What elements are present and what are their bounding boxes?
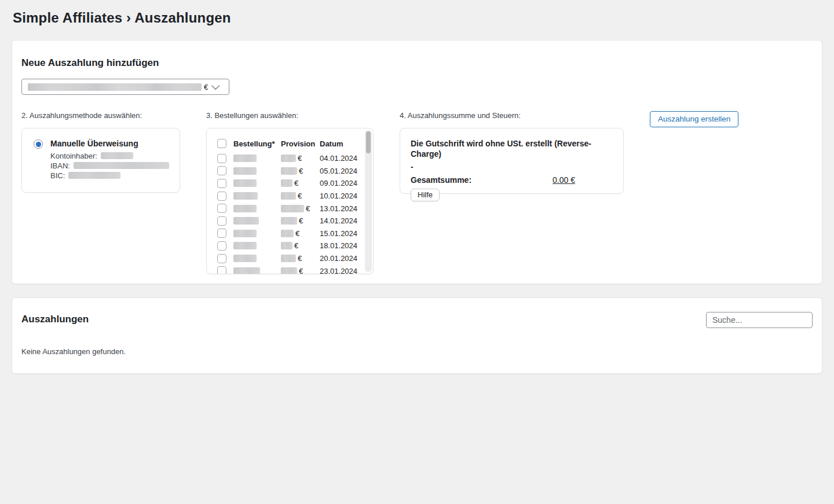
redacted-provision-value [281,230,294,237]
orders-table: Bestellung* Provision Datum €04.01.2024€… [206,128,374,274]
redacted-order-name [233,230,257,237]
order-checkbox[interactable] [217,216,226,226]
order-name-cell [233,242,281,249]
order-date: 10.01.2024 [320,192,357,200]
redacted-provision-value [281,255,296,262]
order-name-cell [233,179,281,187]
search-input[interactable] [706,312,813,328]
redacted-kontoinhaber-value [101,152,133,159]
affiliate-select[interactable]: € [21,79,229,95]
order-row: €14.01.2024 [217,215,373,227]
column-header-bestellung: Bestellung* [233,139,281,148]
order-checkbox[interactable] [217,179,226,188]
currency-symbol: € [299,167,303,175]
order-provision-cell: € [281,241,320,250]
order-row: €04.01.2024 [217,152,373,165]
order-name-cell [233,230,281,237]
order-row: €23.01.2024 [217,264,373,274]
order-provision-cell: € [281,192,320,200]
method-step-label: 2. Auszahlungsmethode auswählen: [21,111,180,120]
redacted-iban-value [74,162,169,169]
order-checkbox[interactable] [217,204,226,213]
order-checkbox[interactable] [217,166,226,175]
order-row: €15.01.2024 [217,227,373,240]
summary-card: Die Gutschrift wird ohne USt. erstellt (… [400,128,624,194]
payouts-heading: Auszahlungen [21,314,89,325]
order-provision-cell: € [281,267,320,274]
order-row: €20.01.2024 [217,252,373,265]
order-name-cell [233,267,281,274]
order-checkbox[interactable] [217,266,226,274]
order-provision-cell: € [281,254,320,263]
help-button[interactable]: Hilfe [411,189,440,201]
method-name: Manuelle Überweisung [50,139,169,148]
create-payout-button[interactable]: Auszahlung erstellen [650,111,738,127]
order-row: €13.01.2024 [217,202,373,215]
orders-scrollbar[interactable] [365,130,372,272]
payouts-card: Auszahlungen Keine Auszahlungen gefunden… [12,297,822,374]
page-title: Simple Affiliates › Auszahlungen [12,0,822,26]
order-name-cell [233,205,281,212]
method-field-kontoinhaber: Kontoinhaber: [50,151,169,161]
order-provision-cell: € [281,167,320,175]
select-all-checkbox[interactable] [217,139,226,148]
summary-dash: - [411,161,613,172]
total-row: Gesamtsumme: 0.00 € [411,175,575,185]
chevron-down-icon [211,82,220,90]
radio-dot [36,142,41,147]
order-checkbox[interactable] [217,154,226,163]
step-method-column: 2. Auszahlungsmethode auswählen: Manuell… [21,111,180,274]
order-date: 23.01.2024 [320,267,357,274]
scrollbar-thumb[interactable] [366,131,371,153]
redacted-bic-value [68,172,120,179]
order-provision-cell: € [281,204,320,213]
method-field-bic: BIC: [50,171,169,181]
field-label: IBAN: [50,161,70,170]
order-date: 05.01.2024 [320,167,357,175]
redacted-order-name [233,255,257,262]
orders-rows: €04.01.2024€05.01.2024€09.01.2024€10.01.… [217,152,373,274]
redacted-order-name [233,217,259,225]
redacted-order-name [233,192,258,200]
manual-transfer-radio[interactable] [34,139,43,149]
payouts-header: Auszahlungen [21,314,813,328]
redacted-provision-value [281,154,296,162]
field-label: BIC: [50,171,65,180]
step-orders-column: 3. Bestellungen auswählen: Bestellung* P… [206,111,374,274]
order-date: 18.01.2024 [320,241,357,250]
redacted-provision-value [281,179,292,187]
currency-symbol: € [298,192,302,200]
order-name-cell [233,217,281,225]
order-date: 04.01.2024 [320,154,357,163]
column-header-provision: Provision [281,139,320,148]
order-checkbox[interactable] [217,192,226,201]
field-label: Kontoinhaber: [50,152,97,160]
order-date: 20.01.2024 [320,254,357,263]
order-checkbox[interactable] [217,229,226,238]
order-name-cell [233,192,281,200]
action-column: Auszahlung erstellen [650,111,738,274]
order-checkbox[interactable] [217,241,226,251]
redacted-order-name [233,267,260,274]
order-provision-cell: € [281,154,320,163]
currency-symbol: € [298,154,302,163]
method-info: Manuelle Überweisung Kontoinhaber: IBAN:… [50,139,169,181]
redacted-affiliate-value [28,83,202,91]
order-name-cell [233,154,281,162]
redacted-provision-value [281,217,297,225]
summary-step-label: 4. Auszahlungssumme und Steuern: [400,111,624,120]
column-header-datum: Datum [320,139,343,148]
order-row: €10.01.2024 [217,190,373,203]
order-date: 09.01.2024 [320,179,357,187]
total-value-link[interactable]: 0.00 € [553,175,575,185]
new-payout-card: Neue Auszahlung hinzufügen € 2. Auszahlu… [12,40,822,284]
order-name-cell [233,255,281,262]
order-row: €18.01.2024 [217,240,373,252]
order-checkbox[interactable] [217,254,226,263]
step-summary-column: 4. Auszahlungssumme und Steuern: Die Gut… [400,111,624,274]
page: Simple Affiliates › Auszahlungen Neue Au… [0,0,834,374]
redacted-provision-value [281,167,297,175]
currency-symbol: € [299,267,303,274]
currency-symbol: € [306,204,310,213]
empty-message: Keine Auszahlungen gefunden. [21,347,813,356]
